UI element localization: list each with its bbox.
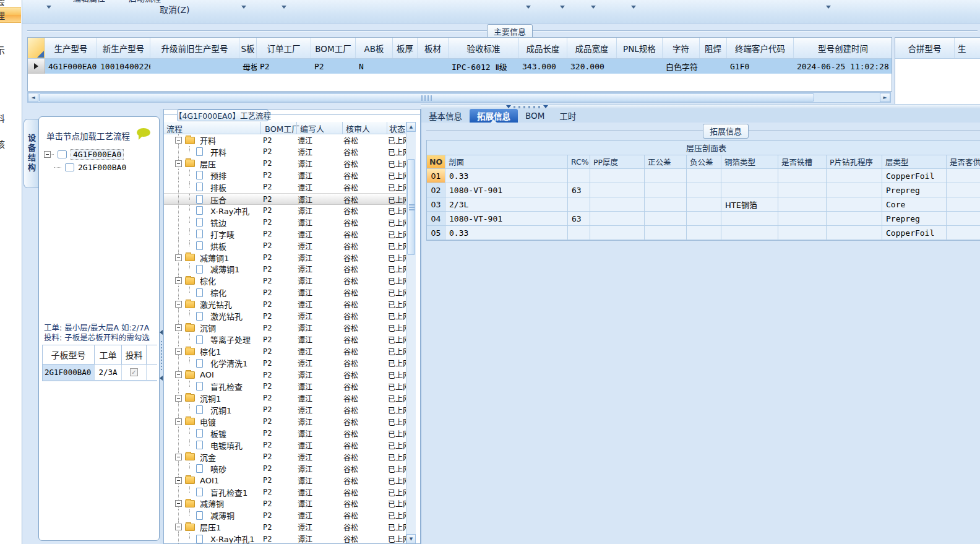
- flow-row-板镀[interactable]: 板镀P2谭江谷松已上网: [164, 428, 406, 439]
- dropdown-arrow-icon[interactable]: [560, 6, 565, 9]
- cancel-button[interactable]: 取消(Z): [160, 3, 190, 15]
- collapse-icon[interactable]: [175, 160, 182, 167]
- column-header-3[interactable]: 升级前旧生产型号: [150, 38, 239, 58]
- grid-corner-cell[interactable]: [28, 38, 45, 58]
- flow-row-压合[interactable]: 压合P2谭江谷松已上网: [164, 193, 406, 205]
- subboard-model-header[interactable]: 子板型号: [43, 345, 95, 364]
- column-header-6[interactable]: BOM工厂: [311, 38, 356, 58]
- collapse-icon[interactable]: [175, 454, 182, 460]
- collapse-icon[interactable]: [175, 371, 182, 378]
- flow-row-预排[interactable]: 预排P2谭江谷松已上网: [164, 170, 406, 181]
- lam-column-header-2[interactable]: 剖面: [445, 155, 568, 168]
- column-header-5[interactable]: 订单工厂: [257, 38, 311, 58]
- flow-row-层压1[interactable]: 层压1P2谭江谷松已上网: [164, 521, 406, 533]
- flow-row-沉金[interactable]: 沉金P2谭江谷松已上网: [164, 451, 406, 463]
- feeding-checkbox[interactable]: ✓: [130, 368, 138, 376]
- flow-row-喷砂[interactable]: 喷砂P2谭江谷松已上网: [164, 463, 406, 475]
- collapse-icon[interactable]: [175, 418, 182, 425]
- lam-column-header-4[interactable]: PP厚度: [590, 155, 645, 168]
- rail-item-clipped[interactable]: 理: [0, 9, 5, 22]
- merge-partial-column-header[interactable]: 生: [955, 38, 980, 58]
- rail-item-clipped[interactable]: 核: [0, 137, 5, 150]
- scroll-up-button[interactable]: ▲: [406, 122, 416, 132]
- dropdown-arrow-icon[interactable]: [631, 6, 636, 9]
- lam-row-02[interactable]: 021080-VT-90163Prepreg: [427, 183, 980, 197]
- lam-column-header-9[interactable]: P片钻孔程序: [827, 155, 882, 168]
- flow-row-排板[interactable]: 排板P2谭江谷松已上网: [164, 181, 406, 193]
- collapse-icon[interactable]: [175, 324, 182, 331]
- tab-工时[interactable]: 工时: [552, 109, 583, 123]
- flow-row-开料[interactable]: 开料P2谭江谷松已上网: [164, 134, 406, 146]
- flow-row-棕化1[interactable]: 棕化1P2谭江谷松已上网: [164, 345, 406, 357]
- flow-row-烘板[interactable]: 烘板P2谭江谷松已上网: [164, 240, 406, 252]
- column-header-4[interactable]: S板: [239, 38, 257, 58]
- scroll-right-button[interactable]: ►: [880, 93, 890, 102]
- lam-column-header-11[interactable]: 是否客供铜: [947, 155, 980, 168]
- column-header-13[interactable]: PNL规格: [617, 38, 663, 58]
- column-header-15[interactable]: 阻焊: [700, 38, 727, 58]
- flow-row-AOI1[interactable]: AOI1P2谭江谷松已上网: [164, 475, 406, 486]
- collapse-icon[interactable]: [175, 348, 182, 355]
- flow-row-打字唛[interactable]: 打字唛P2谭江谷松已上网: [164, 228, 406, 240]
- column-header-10[interactable]: 验收标准: [449, 38, 519, 58]
- tab-BOM[interactable]: BOM: [518, 109, 552, 123]
- flow-column-header-5[interactable]: 状态: [389, 122, 405, 134]
- merge-model-column-header[interactable]: 合拼型号: [895, 38, 955, 58]
- flow-row-X-Ray冲孔1[interactable]: X-Ray冲孔1P2谭江谷松已上网: [164, 533, 406, 544]
- column-header-8[interactable]: 板厚: [393, 38, 418, 58]
- flow-row-盲孔检查[interactable]: 盲孔检查P2谭江谷松已上网: [164, 381, 406, 392]
- flow-vertical-scrollbar[interactable]: ▲ ▼: [406, 122, 416, 544]
- flow-row-化学清洗1[interactable]: 化学清洗1P2谭江谷松已上网: [164, 357, 406, 369]
- horizontal-scrollbar-thumb[interactable]: [39, 93, 814, 101]
- vertical-scrollbar-thumb[interactable]: [407, 159, 415, 255]
- horizontal-scrollbar[interactable]: ◄ ►: [27, 92, 891, 103]
- collapse-icon[interactable]: [175, 301, 182, 308]
- splitter-collapse-arrow-icon[interactable]: [543, 105, 548, 108]
- column-header-17[interactable]: 型号创建时间: [794, 38, 892, 58]
- flow-row-电镀填孔[interactable]: 电镀填孔P2谭江谷松已上网: [164, 439, 406, 451]
- collapse-icon[interactable]: [175, 277, 182, 284]
- dropdown-arrow-icon[interactable]: [826, 6, 831, 9]
- tab-基本信息[interactable]: 基本信息: [421, 109, 470, 123]
- device-tree-root-label[interactable]: 4G1F000EA0: [71, 149, 124, 160]
- rail-item-clipped[interactable]: 料: [0, 111, 5, 124]
- flow-row-铣边[interactable]: 铣边P2谭江谷松已上网: [164, 217, 406, 228]
- rail-item-clipped[interactable]: 示: [0, 43, 5, 56]
- work-order-header[interactable]: 工单: [95, 345, 122, 364]
- feeding-header[interactable]: 投料: [122, 345, 147, 364]
- flow-row-层压[interactable]: 层压P2谭江谷松已上网: [164, 158, 406, 170]
- lam-column-header-7[interactable]: 铜箔类型: [721, 155, 778, 168]
- flow-column-header-1[interactable]: 流程: [166, 122, 183, 134]
- lam-column-header-5[interactable]: 正公差: [645, 155, 687, 168]
- lam-column-header-6[interactable]: 负公差: [687, 155, 721, 168]
- lam-row-04[interactable]: 041080-VT-90163Prepreg: [427, 212, 980, 226]
- flow-column-header-4[interactable]: 核审人: [346, 122, 370, 134]
- flow-row-盲孔检查1[interactable]: 盲孔检查1P2谭江谷松已上网: [164, 486, 406, 498]
- collapse-icon[interactable]: [175, 500, 182, 507]
- flow-row-棕化[interactable]: 棕化P2谭江谷松已上网: [164, 275, 406, 287]
- device-tree-child-label[interactable]: 2G1F000BA0: [78, 163, 126, 172]
- flow-row-棕化[interactable]: 棕化P2谭江谷松已上网: [164, 287, 406, 298]
- flow-row-激光钻孔[interactable]: 激光钻孔P2谭江谷松已上网: [164, 298, 406, 310]
- flow-row-激光钻孔[interactable]: 激光钻孔P2谭江谷松已上网: [164, 310, 406, 322]
- flow-column-header-2[interactable]: BOM工厂: [265, 122, 299, 134]
- collapse-icon[interactable]: [175, 395, 182, 402]
- dropdown-arrow-icon[interactable]: [241, 6, 246, 9]
- column-header-11[interactable]: 成品长度: [519, 38, 567, 58]
- device-tree-root-row[interactable]: 4G1F000EA0: [44, 149, 124, 160]
- flow-row-沉铜1[interactable]: 沉铜1P2谭江谷松已上网: [164, 404, 406, 416]
- column-header-2[interactable]: 新生产型号: [97, 38, 150, 58]
- flow-row-X-Ray冲孔[interactable]: X-Ray冲孔P2谭江谷松已上网: [164, 205, 406, 217]
- flow-row-减薄铜1[interactable]: 减薄铜1P2谭江谷松已上网: [164, 263, 406, 275]
- horizontal-splitter[interactable]: [421, 104, 980, 109]
- tab-拓展信息[interactable]: 拓展信息: [470, 109, 518, 123]
- column-header-7[interactable]: AB板: [356, 38, 393, 58]
- lam-row-05[interactable]: 050.33CopperFoil: [427, 226, 980, 240]
- toolbar-clipped-edit-label[interactable]: 编辑属性: [73, 0, 105, 4]
- flow-row-开料[interactable]: 开料P2谭江谷松已上网: [164, 146, 406, 158]
- scroll-left-button[interactable]: ◄: [28, 93, 38, 102]
- lam-column-header-10[interactable]: 层类型: [882, 155, 947, 168]
- column-header-16[interactable]: 终端客户代码: [727, 38, 794, 58]
- column-header-14[interactable]: 字符: [663, 38, 700, 58]
- subboard-table-row[interactable]: 2G1F000BA0 2/3A ✓: [43, 365, 157, 381]
